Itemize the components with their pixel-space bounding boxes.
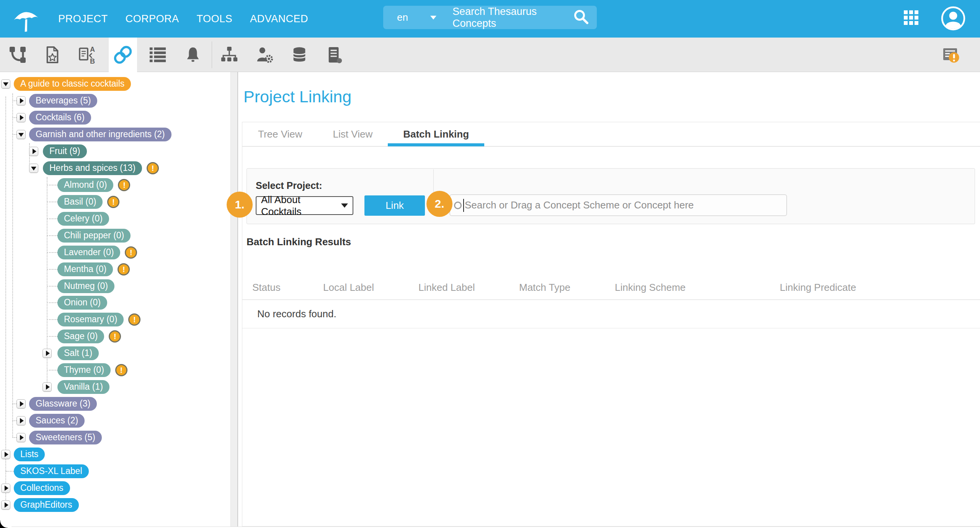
screen-corner bbox=[0, 520, 8, 528]
toolbar-separator bbox=[212, 41, 212, 68]
tree-row: Thyme (0)! bbox=[57, 363, 127, 377]
project-select[interactable]: All About Cocktails bbox=[256, 196, 353, 215]
repositories-icon[interactable] bbox=[320, 38, 349, 72]
tree-node-skos-xl-label[interactable]: SKOS-XL Label bbox=[14, 464, 89, 478]
tab-list-view[interactable]: List View bbox=[333, 122, 373, 146]
tree-node-nutmeg-0[interactable]: Nutmeg (0) bbox=[57, 279, 114, 293]
tree-node-almond-0[interactable]: Almond (0) bbox=[57, 178, 113, 192]
expand-node-icon[interactable] bbox=[42, 382, 52, 392]
menu-project[interactable]: PROJECT bbox=[58, 13, 108, 25]
expand-node-icon[interactable] bbox=[1, 484, 10, 493]
column-header-linking-scheme: Linking Scheme bbox=[615, 276, 686, 298]
tree-connector bbox=[47, 370, 57, 371]
tree-node-rosemary-0[interactable]: Rosemary (0) bbox=[57, 313, 124, 326]
collapse-node-icon[interactable] bbox=[29, 164, 38, 173]
tree-node-chili-pepper-0[interactable]: Chili pepper (0) bbox=[57, 229, 131, 243]
tree-row: Beverages (5) bbox=[29, 94, 97, 108]
tree-node-garnish-and-other-ingredients-2[interactable]: Garnish and other ingredients (2) bbox=[29, 128, 172, 141]
tree-node-cocktails-6[interactable]: Cocktails (6) bbox=[29, 111, 91, 125]
tree-node-salt-1[interactable]: Salt (1) bbox=[57, 346, 99, 360]
concept-search-input[interactable]: Search or Drag a Concept Scheme or Conce… bbox=[449, 194, 787, 216]
tree-row: Vanilla (1) bbox=[57, 380, 109, 394]
language-value: en bbox=[397, 11, 408, 23]
tree-node-lists[interactable]: Lists bbox=[14, 448, 45, 461]
tree-node-lavender-0[interactable]: Lavender (0) bbox=[57, 246, 120, 259]
search-icon[interactable] bbox=[572, 8, 590, 27]
tree-node-beverages-5[interactable]: Beverages (5) bbox=[29, 94, 97, 108]
database-icon[interactable] bbox=[285, 38, 314, 72]
apps-grid-icon[interactable] bbox=[904, 10, 918, 25]
concept-tree-icon[interactable] bbox=[3, 38, 32, 72]
tree-node-sage-0[interactable]: Sage (0) bbox=[57, 330, 104, 343]
tree-node-a-guide-to-classic-cocktails[interactable]: A guide to classic cocktails bbox=[14, 77, 131, 91]
tree-connector bbox=[47, 319, 57, 320]
concept-search-placeholder: Search or Drag a Concept Scheme or Conce… bbox=[465, 199, 694, 211]
expand-node-icon[interactable] bbox=[16, 416, 26, 425]
tree-row: Basil (0)! bbox=[57, 195, 119, 209]
tree-node-collections[interactable]: Collections bbox=[14, 481, 70, 495]
select-caret-icon bbox=[341, 203, 348, 208]
tree-row: Cocktails (6) bbox=[29, 111, 91, 125]
hierarchy-icon[interactable] bbox=[215, 38, 243, 72]
menu-advanced[interactable]: ADVANCED bbox=[250, 13, 308, 25]
results-heading: Batch Linking Results bbox=[247, 236, 351, 248]
tree-scrollbar[interactable] bbox=[230, 72, 237, 526]
tab-bar: Tree ViewList ViewBatch Linking bbox=[242, 122, 980, 147]
tree-node-thyme-0[interactable]: Thyme (0) bbox=[57, 363, 111, 377]
tree-node-onion-0[interactable]: Onion (0) bbox=[57, 296, 107, 310]
tab-batch-linking[interactable]: Batch Linking bbox=[403, 122, 469, 146]
concept-tree-panel: A guide to classic cocktailsBeverages (5… bbox=[0, 72, 230, 526]
tree-node-herbs-and-spices-13[interactable]: Herbs and spices (13) bbox=[43, 161, 142, 175]
poolparty-logo-icon[interactable] bbox=[11, 4, 41, 34]
lists-icon[interactable] bbox=[144, 38, 172, 72]
triangle-right-icon bbox=[33, 149, 36, 154]
search-placeholder: Search Thesaurus Concepts bbox=[452, 6, 572, 30]
notifications-bell-icon[interactable] bbox=[179, 38, 207, 72]
tree-row: Sweeteners (5) bbox=[29, 431, 102, 444]
tree-node-mentha-0[interactable]: Mentha (0) bbox=[57, 262, 113, 276]
tree-node-celery-0[interactable]: Celery (0) bbox=[57, 212, 109, 226]
language-selector[interactable]: en bbox=[397, 11, 436, 23]
tree-connector bbox=[47, 286, 57, 287]
project-linking-icon[interactable] bbox=[109, 38, 137, 72]
menu-corpora[interactable]: CORPORA bbox=[126, 13, 179, 25]
expand-node-icon[interactable] bbox=[16, 113, 26, 122]
select-project-label: Select Project: bbox=[256, 180, 322, 191]
starred-document-icon[interactable] bbox=[38, 38, 67, 72]
expand-node-icon[interactable] bbox=[16, 96, 26, 105]
triangle-right-icon bbox=[20, 418, 24, 423]
user-management-icon[interactable] bbox=[250, 38, 279, 72]
thesaurus-search-box[interactable]: en Search Thesaurus Concepts bbox=[383, 6, 597, 29]
tab-tree-view[interactable]: Tree View bbox=[258, 122, 302, 146]
tree-row: Sauces (2) bbox=[29, 414, 85, 428]
tree-node-basil-0[interactable]: Basil (0) bbox=[57, 195, 103, 209]
tree-node-sweeteners-5[interactable]: Sweeteners (5) bbox=[29, 431, 102, 444]
user-avatar-icon[interactable] bbox=[941, 6, 966, 31]
collapse-node-icon[interactable] bbox=[16, 130, 26, 139]
expand-node-icon[interactable] bbox=[29, 147, 38, 156]
menu-tools[interactable]: TOOLS bbox=[197, 13, 233, 25]
reports-warning-icon[interactable] bbox=[937, 38, 965, 72]
tree-node-glassware-3[interactable]: Glassware (3) bbox=[29, 397, 97, 411]
expand-node-icon[interactable] bbox=[16, 433, 26, 442]
tree-connector bbox=[13, 403, 16, 404]
expand-node-icon[interactable] bbox=[42, 349, 52, 358]
tree-row: Collections bbox=[14, 481, 70, 495]
triangle-down-icon bbox=[3, 82, 8, 86]
tree-row: Sage (0)! bbox=[57, 330, 121, 343]
tree-node-grapheditors[interactable]: GraphEditors bbox=[14, 498, 79, 512]
step-2-badge: 2. bbox=[426, 191, 452, 217]
tree-connector bbox=[13, 437, 16, 438]
tree-row: Celery (0) bbox=[57, 212, 109, 226]
tree-node-sauces-2[interactable]: Sauces (2) bbox=[29, 414, 85, 428]
translation-icon[interactable]: A B bbox=[74, 38, 102, 72]
page-title: Project Linking bbox=[243, 87, 351, 106]
tree-row: Almond (0)! bbox=[57, 178, 130, 192]
expand-node-icon[interactable] bbox=[1, 500, 10, 510]
expand-node-icon[interactable] bbox=[16, 399, 26, 408]
collapse-node-icon[interactable] bbox=[1, 79, 10, 89]
tree-node-vanilla-1[interactable]: Vanilla (1) bbox=[57, 380, 109, 394]
expand-node-icon[interactable] bbox=[1, 450, 10, 459]
tree-node-fruit-9[interactable]: Fruit (9) bbox=[43, 144, 87, 158]
link-button[interactable]: Link bbox=[364, 195, 425, 216]
